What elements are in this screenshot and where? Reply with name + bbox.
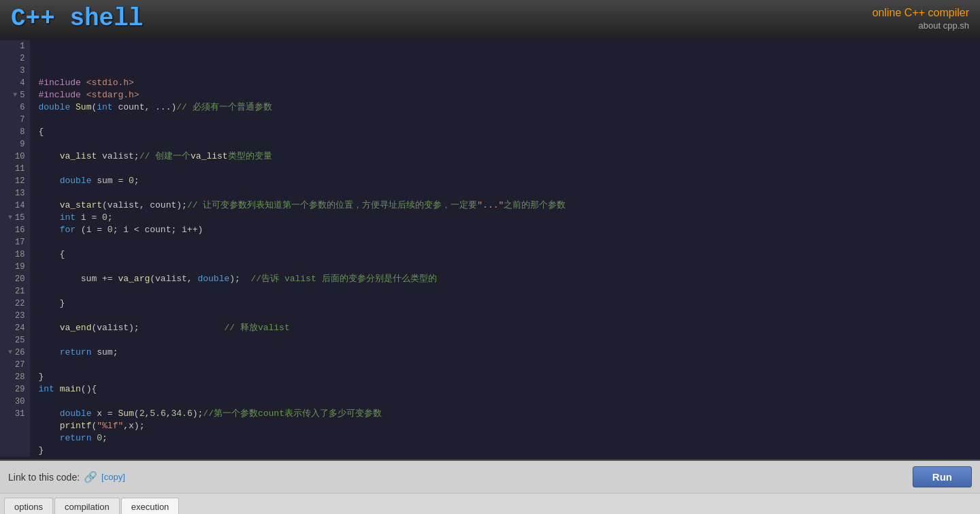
line-num-label: 7 bbox=[20, 114, 24, 126]
line-num-label: 12 bbox=[15, 175, 24, 187]
code-line bbox=[38, 236, 972, 248]
line-number-27: 27 bbox=[5, 359, 24, 371]
line-num-label: 28 bbox=[15, 371, 24, 383]
code-line: } bbox=[38, 371, 972, 383]
line-num-label: 8 bbox=[20, 126, 24, 138]
line-num-label: 16 bbox=[15, 224, 24, 236]
line-num-label: 29 bbox=[15, 383, 24, 396]
line-number-1: 1 bbox=[5, 40, 24, 52]
run-button[interactable]: Run bbox=[913, 466, 972, 487]
line-number-7: 7 bbox=[5, 114, 24, 126]
line-number-13: 13 bbox=[5, 187, 24, 199]
fold-arrow[interactable]: ▼ bbox=[5, 212, 12, 224]
line-number-9: 9 bbox=[5, 138, 24, 150]
code-line: double Sum(int count, ...)// 必须有一个普通参数 bbox=[38, 101, 972, 114]
line-number-22: 22 bbox=[5, 298, 24, 310]
line-number-3: 3 bbox=[5, 65, 24, 77]
code-line bbox=[38, 261, 972, 273]
line-number-20: 20 bbox=[5, 273, 24, 285]
tab-options[interactable]: options bbox=[4, 498, 53, 514]
code-line: return 0; bbox=[38, 432, 972, 445]
line-num-label: 6 bbox=[20, 101, 24, 114]
line-num-label: 5 bbox=[20, 89, 24, 101]
code-line bbox=[38, 163, 972, 175]
line-num-label: 27 bbox=[15, 359, 24, 371]
line-number-10: 10 bbox=[5, 150, 24, 163]
line-num-label: 13 bbox=[15, 187, 24, 199]
code-line: { bbox=[38, 126, 972, 138]
code-line: return sum; bbox=[38, 347, 972, 359]
code-line: double sum = 0; bbox=[38, 175, 972, 187]
tabs-bar: optionscompilationexecution bbox=[0, 494, 980, 514]
line-number-5: ▼5 bbox=[5, 89, 24, 101]
code-line bbox=[38, 334, 972, 347]
code-line bbox=[38, 285, 972, 298]
line-number-6: 6 bbox=[5, 101, 24, 114]
line-num-label: 25 bbox=[15, 334, 24, 347]
line-num-label: 21 bbox=[15, 285, 24, 298]
line-number-12: 12 bbox=[5, 175, 24, 187]
code-line bbox=[38, 114, 972, 126]
line-num-label: 11 bbox=[15, 163, 24, 175]
code-line: #include <stdarg.h> bbox=[38, 89, 972, 101]
line-number-25: 25 bbox=[5, 334, 24, 347]
line-num-label: 10 bbox=[15, 150, 24, 163]
line-number-23: 23 bbox=[5, 310, 24, 322]
code-line: int main(){ bbox=[38, 383, 972, 396]
code-line: int i = 0; bbox=[38, 212, 972, 224]
code-line: sum += va_arg(valist, double); //告诉 vali… bbox=[38, 273, 972, 285]
code-editor[interactable]: 1 2 3 4▼5 6 7 8 9 10 11 12 13 14▼15 16 1… bbox=[0, 37, 980, 461]
fold-arrow[interactable]: ▼ bbox=[10, 89, 17, 101]
line-number-30: 30 bbox=[5, 396, 24, 408]
line-number-11: 11 bbox=[5, 163, 24, 175]
line-num-label: 4 bbox=[20, 77, 24, 89]
line-num-label: 22 bbox=[15, 298, 24, 310]
online-compiler-label: online C++ compiler bbox=[872, 7, 969, 19]
line-num-label: 15 bbox=[15, 212, 24, 224]
line-num-label: 17 bbox=[15, 236, 24, 248]
line-number-26: ▼26 bbox=[5, 347, 24, 359]
line-num-label: 3 bbox=[20, 65, 24, 77]
line-numbers: 1 2 3 4▼5 6 7 8 9 10 11 12 13 14▼15 16 1… bbox=[0, 40, 30, 457]
line-num-label: 14 bbox=[15, 199, 24, 212]
code-line: for (i = 0; i < count; i++) bbox=[38, 224, 972, 236]
about-link[interactable]: about cpp.sh bbox=[872, 20, 969, 31]
code-area[interactable]: 1 2 3 4▼5 6 7 8 9 10 11 12 13 14▼15 16 1… bbox=[0, 37, 980, 460]
code-line bbox=[38, 359, 972, 371]
line-number-31: 31 bbox=[5, 408, 24, 420]
app-logo: C++ shell bbox=[11, 5, 143, 33]
line-number-21: 21 bbox=[5, 285, 24, 298]
line-number-14: 14 bbox=[5, 199, 24, 212]
code-line: } bbox=[38, 298, 972, 310]
code-line: va_start(valist, count);// 让可变参数列表知道第一个参… bbox=[38, 199, 972, 212]
header: C++ shell online C++ compiler about cpp.… bbox=[0, 0, 980, 37]
line-num-label: 31 bbox=[15, 408, 24, 420]
tab-compilation[interactable]: compilation bbox=[54, 498, 120, 514]
line-number-2: 2 bbox=[5, 52, 24, 65]
line-num-label: 2 bbox=[20, 52, 24, 65]
line-number-4: 4 bbox=[5, 77, 24, 89]
code-line bbox=[38, 310, 972, 322]
code-line bbox=[38, 138, 972, 150]
copy-link[interactable]: [copy] bbox=[101, 472, 125, 482]
header-right: online C++ compiler about cpp.sh bbox=[872, 7, 969, 31]
code-line bbox=[38, 396, 972, 408]
code-lines[interactable]: #include <stdio.h>#include <stdarg.h>dou… bbox=[30, 40, 980, 457]
line-number-29: 29 bbox=[5, 383, 24, 396]
code-line: printf("%lf",x); bbox=[38, 420, 972, 432]
line-number-16: 16 bbox=[5, 224, 24, 236]
line-number-8: 8 bbox=[5, 126, 24, 138]
line-number-15: ▼15 bbox=[5, 212, 24, 224]
line-num-label: 20 bbox=[15, 273, 24, 285]
line-num-label: 30 bbox=[15, 396, 24, 408]
line-num-label: 24 bbox=[15, 322, 24, 334]
tab-execution[interactable]: execution bbox=[121, 498, 180, 514]
code-line bbox=[38, 187, 972, 199]
code-line: #include <stdio.h> bbox=[38, 77, 972, 89]
line-num-label: 9 bbox=[20, 138, 24, 150]
line-number-19: 19 bbox=[5, 261, 24, 273]
line-num-label: 18 bbox=[15, 248, 24, 261]
code-line: } bbox=[38, 445, 972, 457]
line-number-28: 28 bbox=[5, 371, 24, 383]
fold-arrow[interactable]: ▼ bbox=[5, 347, 12, 359]
